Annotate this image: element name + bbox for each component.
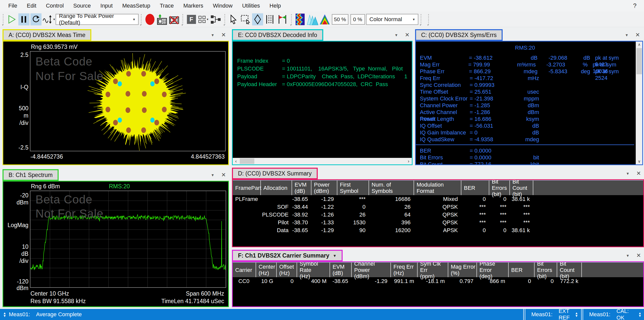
window-c-close-icon[interactable]: ✕ [635,32,640,38]
y-scale-div: /div [5,258,28,264]
measurement-manager-button[interactable] [210,13,222,25]
menu-item[interactable]: Markers [179,3,208,9]
waterfall-display-button[interactable] [307,13,318,25]
window-b-close-icon[interactable]: ✕ [221,172,226,178]
section-divider [416,145,634,145]
window-d-menu-icon[interactable]: ▾ [627,171,629,176]
column-header: Channel Power (dBm) [352,263,391,277]
menu-item[interactable]: Utilities [237,3,265,9]
metric-value: = -56.031 [470,123,511,129]
disconnect-instrument-button[interactable] [169,13,180,25]
cell-freq-err: 991.1 m [391,278,418,285]
pointer-tool-button[interactable] [228,13,239,25]
window-f-tab[interactable]: F: Ch1 DVBS2X Carrier Summary ▼ [232,250,343,261]
connect-instrument-button[interactable] [156,13,168,25]
spin-down-icon[interactable]: ▼ [3,314,6,317]
status-spinner[interactable]: ▲▼ [3,312,6,317]
band-power-marker-button[interactable] [264,13,275,25]
histogram-display-button[interactable] [319,13,330,25]
window-e-tab[interactable]: E: CC0 DVBS2X Decoded Info [232,29,323,41]
cell-allocation: Pilot [261,219,292,226]
status-spinner[interactable]: ▲▼ [638,312,641,317]
cell-ber: 0 [509,278,535,285]
menu-item[interactable]: File [4,3,22,9]
column-header: Center (Hz) [256,263,277,277]
full-screen-trace-button[interactable]: F [186,13,197,25]
metric-peak-location [592,95,597,102]
window-b-tab[interactable]: B: Ch1 Spectrum [3,169,59,181]
metric-label: Result Length [416,116,470,122]
menu-item[interactable]: Trace [155,3,178,9]
window-e-close-icon[interactable]: ✕ [405,32,410,38]
window-layout-button[interactable]: ▾ [198,13,209,25]
y-axis-bottom-label: -2.5 [5,144,28,151]
menu-item[interactable]: Help [265,3,286,9]
scroll-up-icon[interactable]: ∧ [636,42,642,48]
range-autoscale-button[interactable]: ▾ [43,13,55,25]
window-d-tab[interactable]: D: (CC0) DVBS2X Summary [232,168,318,179]
pause-button[interactable] [18,13,29,25]
status-separator [523,309,524,320]
window-a-tab[interactable]: A: (CC0) DVBS2X Meas Time [3,29,91,41]
window-c-tab[interactable]: C: (CC0) DVBS2X Syms/Errs [415,29,503,41]
window-d-close-icon[interactable]: ✕ [636,170,641,177]
window-f-title: F: Ch1 DVBS2X Carrier Summary [238,252,329,259]
scroll-down-icon[interactable]: ∨ [636,158,642,164]
menu-item[interactable]: Window [208,3,237,9]
metric-peak-unit [569,95,592,102]
window-e-menu-icon[interactable]: ▾ [395,32,397,38]
decoded-field-value: = 0xF00005E096D047055028, CRC Pass [282,81,388,88]
scrollbar-thumb[interactable] [240,158,254,164]
cell-num-symbols: 26 [369,204,414,210]
help-icon[interactable]: ? [633,2,636,9]
window-c-menu-icon[interactable]: ▾ [626,32,628,38]
menu-item[interactable]: Input [96,3,117,9]
color-mode-dropdown[interactable]: Color Normal ▾ [366,14,418,25]
cell-evm: -38.92 [292,211,311,218]
zoom-select-tool-button[interactable] [240,13,251,25]
vertical-scrollbar[interactable]: ∧ ∨ [636,42,642,164]
menu-item[interactable]: Edit [22,3,41,9]
range-mode-dropdown[interactable]: Range To Peak Power (Default) ▾ [56,14,139,25]
record-button[interactable] [144,13,155,25]
scroll-right-icon[interactable]: › [405,158,412,164]
menu-item[interactable]: Control [41,3,68,9]
marker-pair-button[interactable] [276,13,288,25]
menu-item[interactable]: MeasSetup [117,3,155,9]
continuous-loop-button[interactable] [30,13,42,25]
constellation-plot[interactable]: Beta Code Not For Sale [30,51,226,151]
symserrs-row: IQ Offset= -56.031dB [416,123,632,129]
table-row: Pilot-38.70-1.331530396QPSK********* [233,219,643,226]
menu-item[interactable]: Source [68,3,96,9]
symserrs-row: Channel Power= -1.285dBm [416,102,632,109]
window-b-menu-icon[interactable]: ▾ [212,172,214,178]
marker-tool-button[interactable] [252,13,263,25]
column-header: Symbol Rate (Hz) [297,263,330,277]
spectrum-plot[interactable]: Beta Code Not For Sale [30,191,226,288]
y-scale-label: 10 [5,243,28,250]
scrollbar-thumb[interactable] [636,48,642,74]
range-readout: Rng 630.9573 mV [31,44,77,50]
status-spinner[interactable]: ▲▼ [575,312,578,317]
window-a-close-icon[interactable]: ✕ [221,32,226,38]
tab-dropdown-icon[interactable]: ▼ [333,254,337,258]
horizontal-scrollbar[interactable]: ‹ › [233,158,412,164]
metric-label: Freq Err [416,75,470,82]
scroll-left-icon[interactable]: ‹ [233,158,239,164]
window-d-summary: D: (CC0) DVBS2X Summary ▾ ✕ FramePartAll… [232,168,644,247]
spin-down-icon[interactable]: ▼ [575,314,578,317]
window-a-menu-icon[interactable]: ▾ [212,32,214,38]
range-dropdown-arrow[interactable]: ▾ [53,17,55,21]
column-header: BER [509,263,535,277]
window-f-menu-icon[interactable]: ▾ [627,253,629,258]
window-f-close-icon[interactable]: ✕ [636,252,641,259]
column-header: Bit Errors (bit) [535,263,557,277]
metric-value: = 0 [470,129,511,136]
cell-evm: -38.70 [292,219,311,226]
spin-down-icon[interactable]: ▼ [638,314,641,317]
decoded-field-value: = LDPCParity Check Pass, LDPCIterations … [282,73,407,80]
play-button[interactable] [6,13,17,25]
spectrogram-display-button[interactable] [295,13,306,25]
flag-markers-icon [276,14,288,24]
status-meas-label: Meas01: [9,311,30,318]
